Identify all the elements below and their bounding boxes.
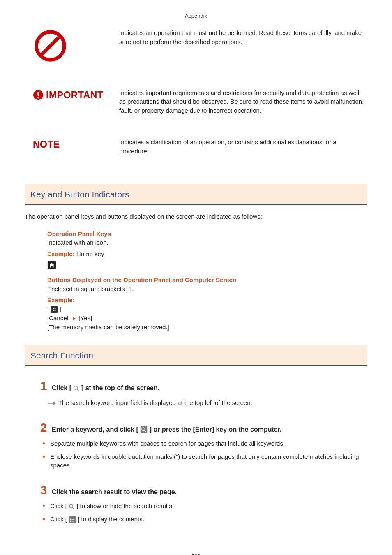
svg-line-9 — [77, 389, 79, 391]
step-2-num: 2 — [38, 421, 49, 434]
step-2: 2 Enter a keyword, and click [ ] or pres… — [38, 421, 367, 434]
result-arrow-icon — [48, 401, 56, 405]
important-mark: IMPORTANT — [25, 88, 119, 102]
important-icon — [33, 90, 44, 100]
mark-row-important: IMPORTANT Indicates important requiremen… — [25, 88, 367, 115]
buttons-example-line2: [Cancel] [Yes] — [47, 314, 367, 323]
note-desc: Indicates a clarification of an operatio… — [119, 138, 367, 156]
keys-details: Operation Panel Keys Indicated with an i… — [47, 229, 367, 332]
svg-point-4 — [37, 97, 39, 99]
keys-intro: The operation panel keys and buttons dis… — [25, 212, 367, 221]
prohibit-desc: Indicates an operation that must not be … — [119, 28, 367, 46]
step-1-result: The search keyword input field is displa… — [48, 398, 367, 407]
svg-line-1 — [41, 36, 60, 56]
mark-row-note: NOTE Indicates a clarification of an ope… — [25, 138, 367, 156]
section-title-keys: Key and Button Indicators — [25, 184, 367, 204]
step-3-num: 3 — [38, 484, 49, 496]
step-3-bullet-2: Click [ ] to display the contents. — [43, 515, 367, 524]
step-2-bullet-2: Enclose keywords in double quotation mar… — [43, 452, 367, 470]
cancel-text: [Cancel] — [47, 314, 71, 321]
step-1-num: 1 — [38, 380, 49, 392]
op-keys-text: Indicated with an icon. — [47, 238, 367, 247]
step-3-text: Click the search result to view the page… — [52, 487, 367, 497]
step-1: 1 Click [ ] at the top of the screen. — [38, 380, 367, 393]
svg-marker-11 — [53, 402, 56, 405]
step-1-result-text: The search keyword input field is displa… — [58, 399, 252, 406]
op-keys-example-text: Home key — [75, 250, 104, 257]
prohibit-icon — [33, 28, 68, 63]
step-3-bullets: Click [ ] to show or hide the search res… — [43, 502, 367, 524]
buttons-example-line1: [ C ] — [47, 305, 367, 314]
step-2-bullet-1: Separate multiple keywords with spaces t… — [43, 439, 367, 448]
buttons-example-label: Example: — [47, 296, 367, 305]
op-keys-head: Operation Panel Keys — [47, 229, 367, 238]
step-2-text: Enter a keyword, and click [ ] or press … — [52, 425, 367, 434]
note-mark: NOTE — [25, 138, 119, 151]
svg-point-19 — [70, 519, 71, 520]
search-icon — [73, 385, 79, 391]
c-key-icon: C — [51, 306, 58, 313]
triangle-icon — [73, 317, 76, 321]
step-3: 3 Click the search result to view the pa… — [38, 484, 367, 497]
search-icon-boxed — [140, 426, 148, 433]
section-title-search: Search Function — [25, 345, 367, 365]
buttons-example-line3: [The memory media can be safely removed.… — [47, 323, 367, 332]
buttons-head: Buttons Displayed on the Operation Panel… — [47, 275, 367, 284]
important-desc: Indicates important requirements and res… — [119, 88, 367, 115]
list-icon-boxed — [69, 516, 76, 523]
mark-row-prohibit: Indicates an operation that must not be … — [25, 28, 367, 66]
svg-text:C: C — [53, 307, 56, 312]
page-number: 733 — [25, 553, 367, 555]
important-label: IMPORTANT — [46, 88, 104, 102]
prohibit-mark — [25, 28, 119, 66]
buttons-text: Enclosed in square brackets [ ]. — [47, 284, 367, 294]
svg-rect-3 — [37, 92, 39, 96]
svg-point-20 — [70, 521, 71, 522]
example-label: Example: — [47, 250, 75, 257]
op-keys-example: Example: Home key — [47, 250, 367, 259]
svg-point-18 — [70, 518, 71, 518]
page-header: Appendix — [25, 12, 367, 20]
svg-line-16 — [72, 507, 74, 509]
home-icon — [47, 261, 56, 270]
step-3-bullet-1: Click [ ] to show or hide the search res… — [43, 502, 367, 511]
yes-text: [Yes] — [77, 314, 92, 321]
step-1-text: Click [ ] at the top of the screen. — [52, 383, 367, 393]
search-icon — [69, 504, 75, 510]
step-2-bullets: Separate multiple keywords with spaces t… — [43, 439, 367, 470]
